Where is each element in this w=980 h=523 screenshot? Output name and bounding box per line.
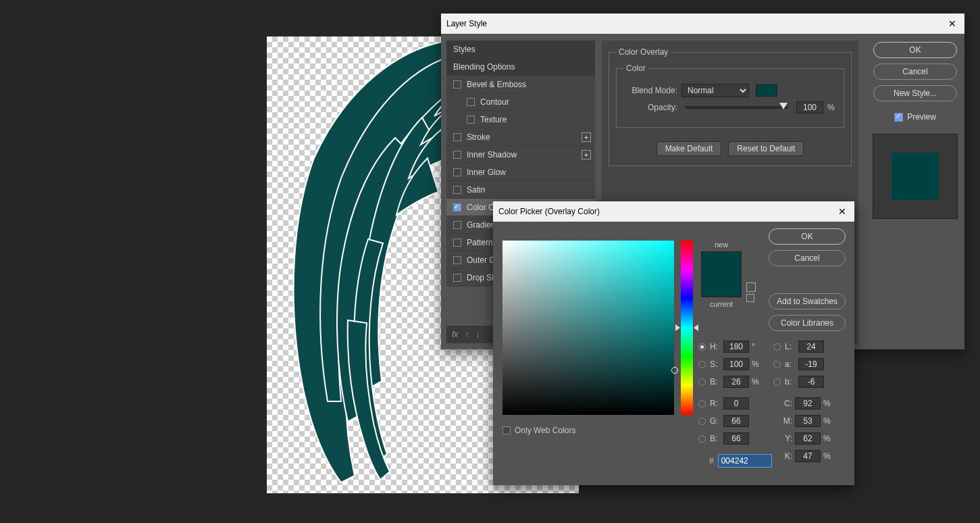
- effect-color-overlay-check[interactable]: [453, 203, 461, 211]
- s-radio[interactable]: [698, 361, 706, 368]
- saturation-value-field[interactable]: [502, 241, 674, 415]
- r-radio[interactable]: [698, 400, 706, 407]
- effect-satin[interactable]: Satin: [446, 181, 595, 199]
- effect-texture-check[interactable]: [467, 116, 475, 124]
- effect-stroke-check[interactable]: [453, 133, 461, 141]
- b-lab-input[interactable]: [798, 376, 824, 388]
- cp-ok-button[interactable]: OK: [769, 228, 846, 245]
- color-libraries-button[interactable]: Color Libraries: [769, 315, 846, 331]
- settings-group-title: Color Overlay: [616, 47, 671, 57]
- reset-default-button[interactable]: Reset to Default: [728, 141, 804, 156]
- g-radio[interactable]: [698, 418, 706, 425]
- opacity-slider[interactable]: [686, 106, 788, 109]
- current-color-label: current: [701, 300, 742, 308]
- b-hsb-radio[interactable]: [698, 378, 706, 386]
- color-picker-titlebar[interactable]: Color Picker (Overlay Color) ✕: [493, 201, 854, 222]
- effect-outer-glow-check[interactable]: [453, 256, 461, 264]
- a-radio[interactable]: [773, 361, 781, 368]
- cancel-button[interactable]: Cancel: [873, 64, 957, 80]
- only-web-colors-check[interactable]: [502, 426, 511, 434]
- opacity-unit: %: [827, 103, 837, 112]
- cp-cancel-button[interactable]: Cancel: [769, 250, 846, 266]
- gamut-warning-icon[interactable]: [746, 282, 756, 292]
- a-input[interactable]: [798, 358, 824, 370]
- effect-inner-glow[interactable]: Inner Glow: [446, 164, 595, 181]
- effect-contour[interactable]: Contour: [446, 93, 595, 111]
- close-icon[interactable]: ✕: [946, 18, 959, 29]
- effect-gradient-overlay-check[interactable]: [453, 221, 461, 229]
- effect-satin-check[interactable]: [453, 186, 461, 194]
- effect-bevel-check[interactable]: [453, 80, 461, 89]
- websafe-warning-icon[interactable]: [746, 294, 754, 302]
- opacity-input[interactable]: [796, 101, 823, 114]
- h-input[interactable]: [723, 341, 749, 353]
- blend-mode-select[interactable]: Normal: [681, 84, 749, 97]
- preview-check[interactable]: [894, 113, 903, 122]
- slider-thumb-icon[interactable]: [779, 103, 788, 109]
- preview-swatch: [892, 153, 939, 200]
- preview-box: [873, 134, 958, 219]
- preview-label: Preview: [907, 112, 936, 122]
- new-style-button[interactable]: New Style...: [873, 85, 957, 101]
- hue-slider[interactable]: [681, 241, 693, 415]
- b-lab-radio[interactable]: [773, 378, 781, 386]
- layer-style-titlebar[interactable]: Layer Style ✕: [441, 14, 964, 34]
- l-radio[interactable]: [773, 343, 781, 351]
- effect-bevel[interactable]: Bevel & Emboss: [446, 76, 595, 93]
- c-input[interactable]: [795, 397, 821, 409]
- add-stroke-icon[interactable]: +: [582, 132, 591, 142]
- g-input[interactable]: [723, 415, 749, 427]
- only-web-colors-label: Only Web Colors: [515, 426, 575, 435]
- r-input[interactable]: [723, 397, 749, 409]
- effect-contour-check[interactable]: [467, 98, 475, 106]
- sv-cursor-icon[interactable]: [671, 367, 678, 374]
- effect-stroke[interactable]: Stroke+: [446, 128, 595, 146]
- y-input[interactable]: [795, 432, 821, 445]
- b-rgb-radio[interactable]: [698, 435, 706, 443]
- arrow-down-icon[interactable]: ↓: [475, 330, 480, 339]
- color-picker-title: Color Picker (Overlay Color): [498, 207, 600, 216]
- effect-drop-shadow-check[interactable]: [453, 274, 461, 282]
- opacity-label: Opacity:: [623, 103, 677, 112]
- make-default-button[interactable]: Make Default: [656, 141, 722, 156]
- arrow-up-icon[interactable]: ↑: [465, 330, 469, 339]
- fx-icon[interactable]: fx: [452, 330, 458, 339]
- k-input[interactable]: [795, 450, 821, 462]
- b-hsb-input[interactable]: [723, 376, 749, 388]
- effect-inner-shadow[interactable]: Inner Shadow+: [446, 146, 595, 164]
- hex-label: #: [709, 456, 714, 466]
- settings-color-legend: Color: [623, 64, 648, 73]
- hue-pointer-right-icon[interactable]: [694, 324, 698, 331]
- close-icon[interactable]: ✕: [835, 206, 849, 217]
- b-rgb-input[interactable]: [723, 432, 749, 445]
- layer-style-title: Layer Style: [446, 19, 487, 28]
- add-to-swatches-button[interactable]: Add to Swatches: [769, 293, 846, 309]
- hex-input[interactable]: [718, 454, 772, 468]
- m-input[interactable]: [795, 415, 821, 427]
- color-picker-dialog: Color Picker (Overlay Color) ✕ new curre…: [493, 201, 854, 485]
- effects-blending-options[interactable]: Blending Options: [446, 58, 595, 76]
- effect-inner-glow-check[interactable]: [453, 168, 461, 176]
- effect-pattern-overlay-check[interactable]: [453, 239, 461, 247]
- color-values: H: ° L: S: % a: B: % b: R: C:: [698, 338, 847, 465]
- hue-pointer-left-icon[interactable]: [675, 324, 680, 331]
- new-color-label: new: [701, 241, 742, 249]
- blend-mode-label: Blend Mode:: [623, 86, 677, 95]
- new-current-swatch[interactable]: [701, 251, 742, 297]
- h-radio[interactable]: [698, 343, 706, 351]
- overlay-color-swatch[interactable]: [756, 84, 777, 97]
- color-picker-actions: OK Cancel Add to Swatches Color Librarie…: [767, 228, 848, 331]
- add-inner-shadow-icon[interactable]: +: [582, 150, 591, 159]
- effect-inner-shadow-check[interactable]: [453, 151, 461, 159]
- s-input[interactable]: [723, 358, 749, 370]
- l-input[interactable]: [798, 341, 824, 353]
- layer-style-actions: OK Cancel New Style... Preview: [871, 42, 959, 219]
- ok-button[interactable]: OK: [873, 42, 957, 58]
- effects-styles[interactable]: Styles: [446, 41, 595, 58]
- effect-texture[interactable]: Texture: [446, 111, 595, 128]
